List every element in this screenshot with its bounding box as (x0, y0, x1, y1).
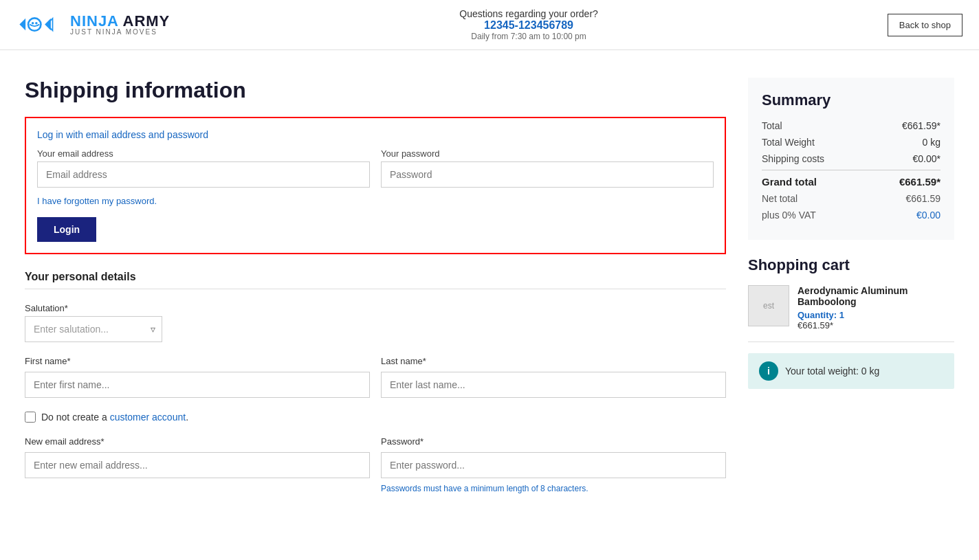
summary-total-value: €661.59* (902, 120, 940, 131)
cart-thumbnail: est (748, 285, 789, 326)
last-name-input[interactable] (381, 372, 726, 398)
customer-account-link[interactable]: customer account (110, 412, 186, 423)
summary-vat-row: plus 0% VAT €0.00 (762, 210, 940, 221)
summary-total-label: Total (762, 120, 782, 131)
svg-marker-5 (45, 19, 51, 31)
first-name-group: First name* (25, 356, 370, 398)
new-password-group: Password* Passwords must have a minimum … (381, 436, 726, 493)
cart-item-info: Aerodynamic Aluminum Bamboolong Quantity… (798, 285, 954, 331)
vat-label: plus 0% VAT (762, 210, 816, 221)
summary-title: Summary (762, 91, 940, 109)
contact-question: Questions regarding your order? (459, 8, 598, 19)
weight-notice: i Your total weight: 0 kg (748, 353, 954, 389)
email-group: Your email address (37, 148, 370, 188)
cart-item-qty: Quantity: 1 (798, 310, 954, 320)
salutation-select-wrap: Enter salutation...Mr.Mrs.Ms.Dr. ▿ (25, 316, 162, 342)
password-label: Your password (381, 148, 714, 159)
svg-marker-0 (19, 19, 25, 31)
first-name-input[interactable] (25, 372, 370, 398)
no-account-label: Do not create a customer account. (41, 412, 188, 423)
summary-weight-row: Total Weight 0 kg (762, 137, 940, 148)
contact-phone: 12345-123456789 (459, 19, 598, 32)
email-password-fields: New email address* Password* Passwords m… (25, 436, 726, 493)
new-email-input[interactable] (25, 452, 370, 478)
login-email-input[interactable] (37, 161, 370, 188)
name-fields: First name* Last name* (25, 356, 726, 398)
login-box: Log in with email address and password Y… (25, 117, 726, 254)
summary-total-row: Total €661.59* (762, 120, 940, 131)
last-name-group: Last name* (381, 356, 726, 398)
summary-shipping-label: Shipping costs (762, 153, 824, 164)
ninja-text: NINJA ARMY JUST NINJA MOVES (70, 14, 170, 36)
login-link[interactable]: Log in with email address and password (37, 129, 714, 140)
vat-value: €0.00 (916, 210, 940, 221)
info-icon: i (759, 361, 778, 381)
new-email-group: New email address* (25, 436, 370, 493)
shopping-cart-section: Shopping cart est Aerodynamic Aluminum B… (748, 256, 954, 389)
section-divider (25, 289, 726, 289)
summary-box: Summary Total €661.59* Total Weight 0 kg… (748, 78, 954, 240)
summary-shipping-value: €0.00* (913, 153, 940, 164)
cart-title: Shopping cart (748, 256, 954, 274)
salutation-group: Salutation* Enter salutation...Mr.Mrs.Ms… (25, 303, 726, 342)
header: NINJA ARMY JUST NINJA MOVES Questions re… (0, 0, 979, 50)
right-section: Summary Total €661.59* Total Weight 0 kg… (748, 78, 954, 499)
first-name-label: First name* (25, 356, 370, 366)
net-label: Net total (762, 193, 798, 204)
salutation-select[interactable]: Enter salutation...Mr.Mrs.Ms.Dr. (25, 316, 162, 342)
summary-shipping-row: Shipping costs €0.00* (762, 153, 940, 164)
header-contact: Questions regarding your order? 12345-12… (459, 8, 598, 41)
cart-item-price: €661.59* (798, 320, 954, 331)
net-value: €661.59 (905, 193, 940, 204)
forgot-password-link[interactable]: I have forgotten my password. (37, 196, 714, 206)
back-to-shop-button[interactable]: Back to shop (888, 14, 962, 36)
password-group: Your password (381, 148, 714, 188)
svg-point-3 (32, 22, 34, 25)
summary-weight-label: Total Weight (762, 137, 815, 148)
password-hint: Passwords must have a minimum length of … (381, 484, 726, 493)
new-password-label: Password* (381, 436, 726, 447)
weight-notice-text: Your total weight: 0 kg (785, 366, 879, 377)
page-title: Shipping information (25, 78, 726, 103)
new-email-label: New email address* (25, 436, 370, 447)
login-fields: Your email address Your password (37, 148, 714, 188)
grand-total-value: €661.59* (899, 176, 940, 188)
cart-item-name: Aerodynamic Aluminum Bamboolong (798, 285, 954, 307)
no-account-checkbox[interactable] (25, 412, 36, 423)
salutation-label: Salutation* (25, 303, 726, 313)
logo-area: NINJA ARMY JUST NINJA MOVES (16, 11, 170, 38)
main-content: Shipping information Log in with email a… (8, 50, 971, 526)
login-button[interactable]: Login (37, 217, 96, 242)
svg-point-4 (35, 22, 38, 25)
summary-net-row: Net total €661.59 (762, 193, 940, 204)
login-password-input[interactable] (381, 161, 714, 188)
ninja-logo-subtitle: JUST NINJA MOVES (70, 29, 170, 36)
contact-hours: Daily from 7:30 am to 10:00 pm (459, 32, 598, 41)
summary-grand-total-row: Grand total €661.59* (762, 170, 940, 188)
new-password-input[interactable] (381, 452, 726, 478)
logo-icon (16, 11, 65, 38)
email-label: Your email address (37, 148, 370, 159)
last-name-label: Last name* (381, 356, 726, 366)
grand-total-label: Grand total (762, 176, 817, 188)
summary-weight-value: 0 kg (923, 137, 940, 148)
cart-item: est Aerodynamic Aluminum Bamboolong Quan… (748, 285, 954, 342)
personal-details-title: Your personal details (25, 271, 726, 283)
no-account-row: Do not create a customer account. (25, 412, 726, 423)
personal-details: Your personal details Salutation* Enter … (25, 271, 726, 493)
ninja-logo-title: NINJA ARMY (70, 14, 170, 29)
left-section: Shipping information Log in with email a… (25, 78, 726, 499)
